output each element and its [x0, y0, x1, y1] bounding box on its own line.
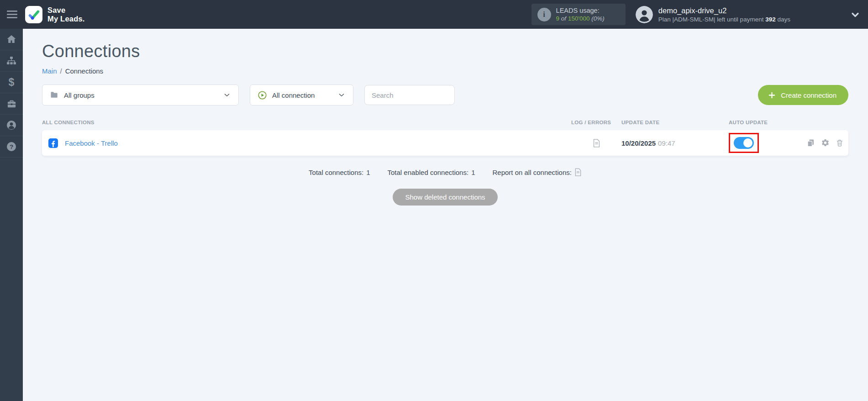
column-auto-update: AUTO UPDATE	[729, 120, 797, 125]
main-content: Connections Main / Connections All group…	[23, 29, 868, 401]
sidebar-item-home[interactable]	[0, 29, 23, 50]
user-icon	[6, 120, 17, 131]
total-enabled-connections: Total enabled connections:1	[388, 169, 475, 176]
sidebar-item-help[interactable]: ?	[0, 136, 23, 158]
info-icon: i	[537, 8, 551, 21]
column-all-connections: ALL CONNECTIONS	[42, 120, 571, 125]
help-icon: ?	[6, 141, 17, 152]
copy-icon[interactable]	[806, 138, 815, 148]
sidebar-item-services[interactable]	[0, 93, 23, 115]
sidebar-item-billing[interactable]: $	[0, 72, 23, 93]
checkmark-logo-icon	[27, 8, 41, 21]
update-date: 10/20/202509:47	[621, 139, 729, 147]
folder-icon	[50, 90, 59, 100]
create-connection-button[interactable]: Create connection	[758, 85, 848, 105]
groups-dropdown-value: All groups	[64, 91, 223, 99]
user-plan-info: Plan |ADM-SML-SM| left until payment 392…	[658, 16, 790, 23]
leads-usage-label: LEADS usage:	[556, 7, 605, 14]
user-account-block[interactable]: demo_apix-drive_u2 Plan |ADM-SML-SM| lef…	[636, 6, 790, 23]
briefcase-icon	[6, 99, 17, 109]
gear-icon[interactable]	[821, 138, 830, 147]
show-deleted-connections-button[interactable]: Show deleted connections	[393, 189, 497, 206]
page-title: Connections	[42, 42, 848, 61]
report-all-connections[interactable]: Report on all connections:	[492, 168, 581, 176]
groups-dropdown[interactable]: All groups	[42, 84, 239, 106]
trash-icon[interactable]	[836, 138, 844, 148]
avatar	[636, 6, 653, 23]
svg-text:?: ?	[10, 143, 13, 150]
column-update-date: UPDATE DATE	[621, 120, 729, 125]
plus-icon	[768, 91, 776, 99]
search-input[interactable]	[364, 85, 455, 105]
log-file-icon[interactable]	[593, 139, 600, 148]
connection-row: Facebook - Trello 10/20/202509:47	[42, 130, 848, 156]
leads-usage-badge[interactable]: i LEADS usage: 9 of 150'000 (0%)	[531, 4, 626, 25]
home-icon	[6, 34, 17, 45]
breadcrumb-separator: /	[60, 67, 62, 75]
left-sidebar: $ ?	[0, 29, 23, 401]
connection-status-dropdown[interactable]: All connection	[250, 84, 353, 106]
totals-bar: Total connections:1 Total enabled connec…	[42, 168, 848, 176]
user-name: demo_apix-drive_u2	[658, 6, 790, 15]
top-header: Save My Leads. i LEADS usage: 9 of 150'0…	[0, 0, 868, 29]
dollar-icon: $	[9, 77, 15, 88]
chevron-down-icon	[337, 91, 346, 99]
report-file-icon[interactable]	[574, 168, 582, 176]
column-log-errors: LOG / ERRORS	[571, 120, 621, 125]
app-title: Save My Leads.	[47, 6, 85, 23]
account-menu-toggle[interactable]	[850, 9, 861, 20]
connection-dropdown-value: All connection	[272, 91, 337, 99]
auto-update-highlight	[729, 133, 759, 153]
sidebar-item-connections[interactable]	[0, 50, 23, 72]
leads-usage-counts: 9 of 150'000 (0%)	[556, 15, 605, 22]
sitemap-icon	[6, 55, 17, 66]
chevron-down-icon	[223, 91, 231, 99]
connections-table-header: ALL CONNECTIONS LOG / ERRORS UPDATE DATE…	[42, 120, 848, 125]
hamburger-menu-icon[interactable]	[7, 11, 19, 18]
breadcrumb-main-link[interactable]: Main	[42, 67, 57, 75]
breadcrumb: Main / Connections	[42, 67, 848, 75]
filters-bar: All groups All connection Create connect…	[42, 84, 848, 106]
sidebar-item-profile[interactable]	[0, 115, 23, 136]
app-logo[interactable]	[25, 6, 42, 23]
play-circle-icon	[258, 90, 267, 100]
create-connection-label: Create connection	[781, 91, 836, 99]
chevron-down-icon	[850, 9, 861, 20]
facebook-icon	[48, 138, 58, 148]
connection-name-link[interactable]: Facebook - Trello	[65, 139, 118, 147]
auto-update-toggle[interactable]	[734, 137, 754, 149]
total-connections: Total connections:1	[309, 169, 370, 176]
breadcrumb-current: Connections	[65, 67, 103, 75]
